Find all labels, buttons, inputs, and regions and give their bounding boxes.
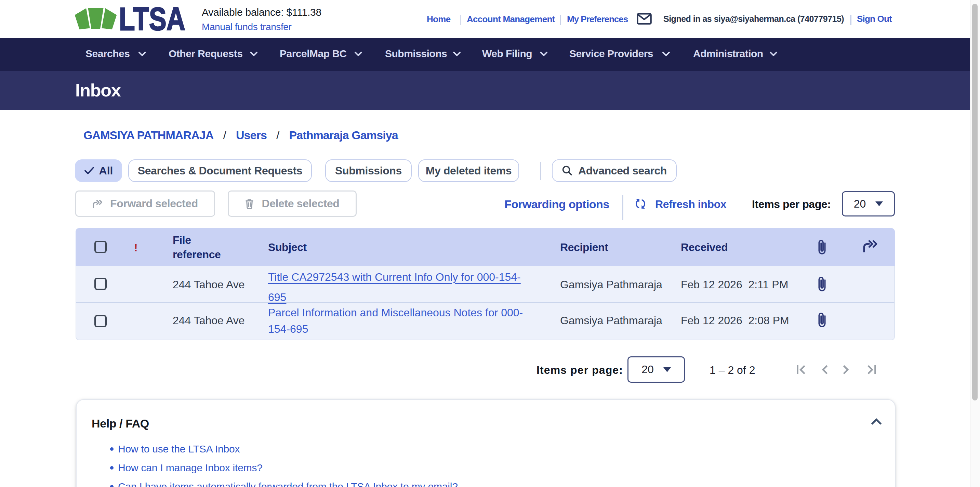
svg-text:LTSA: LTSA	[119, 6, 185, 32]
